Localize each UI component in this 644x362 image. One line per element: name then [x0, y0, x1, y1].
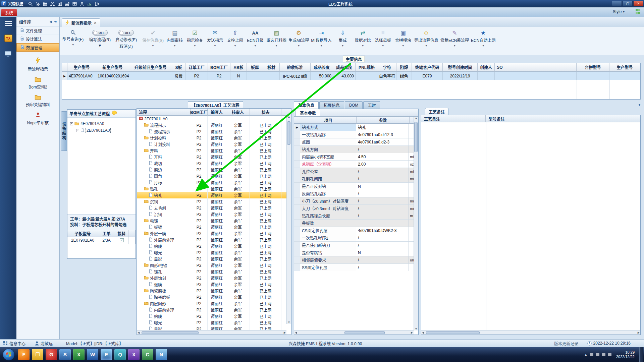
grid-icon[interactable]: [43, 1, 48, 6]
grid-header-cell[interactable]: 阻焊: [396, 63, 412, 72]
dropdown-icon[interactable]: ▼: [298, 44, 300, 47]
grid-cell[interactable]: 2022/12/19: [443, 72, 478, 80]
checkbox-icon[interactable]: ✓: [120, 238, 124, 242]
process-row[interactable]: 退膜P2谭丽红余军已上网: [137, 281, 291, 288]
process-row[interactable]: 钻孔P2谭丽红余军已上网: [137, 192, 291, 198]
toolbar-button-7[interactable]: ⚙生成MI流程▼: [288, 30, 309, 47]
toolbar-button-3[interactable]: ✉发送指示▼: [206, 30, 224, 47]
process-node[interactable]: 内层图形: [137, 300, 191, 307]
search-icon[interactable]: [28, 1, 33, 6]
toolbar-button-13[interactable]: ☺导出流程信息▼: [414, 30, 438, 47]
cancel-label[interactable]: 取消(Z): [119, 43, 132, 49]
taskbar-app-save[interactable]: S: [59, 349, 71, 360]
grid-cell[interactable]: 白色字符: [378, 72, 396, 80]
process-row[interactable]: 陶瓷磨板P2谭丽红余军已上网: [137, 288, 291, 294]
notes-panel-tab[interactable]: 工艺备注: [425, 108, 448, 115]
dropdown-icon[interactable]: ▼: [402, 44, 405, 47]
pin-right-icon[interactable]: ⇥: [54, 20, 57, 23]
process-node[interactable]: 板镀: [137, 224, 191, 230]
param-value-cell[interactable]: 2.00: [356, 161, 409, 168]
param-row[interactable]: 点图4e07901aa0.d2-3: [294, 138, 418, 146]
process-node[interactable]: 外层干膜: [137, 230, 191, 237]
exit-icon[interactable]: [94, 1, 99, 6]
minimize-button[interactable]: —: [612, 1, 622, 6]
process-row[interactable]: 贴膜P2谭丽红余军已上网: [137, 243, 291, 249]
grid-header-cell[interactable]: 生产型号: [609, 63, 640, 72]
process-node[interactable]: 显影: [137, 256, 191, 262]
param-row[interactable]: 钻孔方向/: [294, 146, 418, 153]
tab-BOM[interactable]: BOM: [345, 101, 363, 109]
dropdown-icon[interactable]: ▼: [275, 44, 278, 47]
toolbar-button-11[interactable]: ≡选择母板▼: [374, 30, 392, 47]
dropdown-icon[interactable]: ▼: [453, 44, 456, 47]
grid-cell[interactable]: [478, 72, 495, 80]
tray-icon[interactable]: [590, 353, 593, 356]
param-value-cell[interactable]: /: [356, 205, 409, 212]
yx-logo-icon[interactable]: YX: [4, 35, 12, 42]
grid-header-cell[interactable]: PNL规格: [356, 63, 378, 72]
process-header-cell[interactable]: 编写人: [208, 109, 226, 116]
grid-data-row[interactable]: ▶4E07901AA010010400201694母板P2P2NIPC-6012…: [62, 72, 640, 80]
grid-header-cell[interactable]: 板材: [263, 63, 280, 72]
info-center-item[interactable]: 信息中心: [3, 341, 25, 346]
param-row[interactable]: 钻孔路径总长度/m: [294, 212, 418, 220]
dropdown-icon[interactable]: ▼: [320, 44, 323, 47]
param-row[interactable]: SS面定位孔层/: [294, 264, 418, 271]
process-node[interactable]: 计划投料: [137, 135, 191, 141]
dropdown-icon[interactable]: ▼: [72, 43, 74, 46]
process-node[interactable]: 陶瓷磨板: [137, 294, 191, 300]
tab-基本信息[interactable]: 基本信息: [294, 101, 319, 109]
process-node[interactable]: 裁切: [137, 160, 191, 167]
process-row[interactable]: 去毛刺P2谭丽红余军已上网: [137, 205, 291, 211]
notes-header-cell[interactable]: 工艺备注: [421, 115, 486, 122]
expand-icon[interactable]: −: [70, 122, 73, 125]
process-row[interactable]: 曝光P2谭丽红余军已上网: [137, 249, 291, 256]
param-row[interactable]: 是否使用新钻刀/: [294, 242, 418, 249]
tray-expand-icon[interactable]: ▲: [584, 353, 587, 356]
process-row[interactable]: 计划投料P2谭丽红余军已上网: [137, 135, 291, 141]
taskbar-app-eds[interactable]: E: [101, 349, 112, 360]
process-row[interactable]: 沉铜P2谭丽红余军已上网: [137, 211, 291, 218]
param-value-cell[interactable]: /: [356, 264, 409, 271]
param-row[interactable]: 是否有跳钻N: [294, 249, 418, 256]
notes-header-cell[interactable]: 型号备注: [486, 115, 640, 122]
table-icon[interactable]: [72, 1, 77, 6]
dropdown-icon[interactable]: ▼: [382, 44, 384, 47]
grid-cell[interactable]: 50.000: [311, 72, 333, 80]
param-row[interactable]: 总铜厚（含表铜）2.00oz: [294, 161, 418, 168]
process-vscrollbar[interactable]: ▲▼: [286, 115, 291, 324]
toolbar-button-5[interactable]: AAECN升级▼: [246, 30, 264, 47]
param-value-cell[interactable]: 4e07901aa0.DWK2-3: [356, 227, 409, 234]
process-node[interactable]: 打标: [137, 179, 191, 186]
grid-cell[interactable]: 10010400201694: [96, 72, 129, 80]
process-node[interactable]: 贴膜: [137, 243, 191, 249]
process-node[interactable]: 圆角: [137, 173, 191, 179]
dropdown-icon[interactable]: ▼: [254, 44, 257, 47]
process-header-cell[interactable]: 状态: [250, 109, 281, 116]
process-row[interactable]: 外层前处理P2谭丽红余军已上网: [137, 237, 291, 243]
hamburger-menu-icon[interactable]: [5, 21, 12, 26]
subboard-cell-model[interactable]: 2E07901LA0: [67, 237, 98, 244]
grid-header-cell[interactable]: 成品宽度: [333, 63, 356, 72]
grid-header-cell[interactable]: 型号创建时间: [443, 63, 478, 72]
tab-工时[interactable]: 工时: [363, 101, 380, 109]
process-node[interactable]: 镀孔: [137, 268, 191, 275]
param-value-cell[interactable]: 4e07901aa0.d2-3: [356, 138, 409, 146]
process-node[interactable]: 去毛刺: [137, 205, 191, 211]
grid-cell[interactable]: [263, 72, 280, 80]
grid-cell[interactable]: N: [230, 72, 247, 80]
taskbar-app-firefox[interactable]: F: [18, 349, 30, 360]
sidebar-tool-0[interactable]: 新流程指示: [16, 56, 59, 72]
grid-header-cell[interactable]: 成品长度: [311, 63, 333, 72]
device-tree-node[interactable]: −4E07901AA0: [69, 120, 134, 127]
process-row[interactable]: 外层蚀刻P2谭丽红余军已上网: [137, 275, 291, 281]
sidebar-tool-1[interactable]: Bom查询2: [16, 76, 59, 89]
dropdown-icon[interactable]: ▼: [234, 44, 236, 47]
process-row[interactable]: 打标P2谭丽红余军已上网: [137, 179, 291, 186]
user-icon[interactable]: [79, 1, 85, 6]
process-node[interactable]: 钻孔: [137, 192, 191, 198]
param-row[interactable]: 大刀（>0.3mm）对钻深度/mm: [294, 205, 418, 212]
grid-cell[interactable]: IPC-6012 Ⅱ级: [280, 72, 311, 80]
param-value-cell[interactable]: /: [356, 168, 409, 175]
param-row[interactable]: 叠板数: [294, 220, 418, 227]
